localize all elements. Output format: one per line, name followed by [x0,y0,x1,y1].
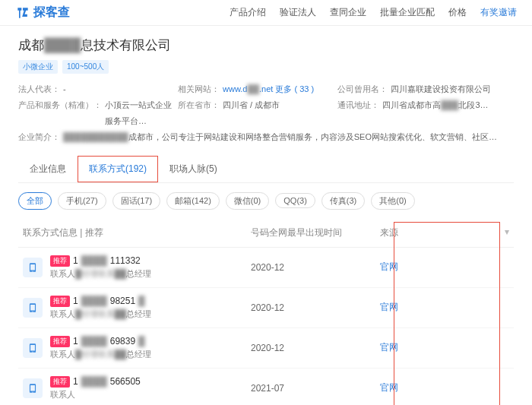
contact-info: 推荐1████111332联系人█经理联系██总经理 [50,255,251,280]
info-value: 四川嘉联建设投资有限公司 [391,81,491,97]
title-prefix: 成都 [18,38,44,52]
info-value: ███████████成都市，公司专注于网站建设和网络整合营销服务，内容涉及SE… [63,129,497,145]
source-link[interactable]: 官网 [380,302,398,312]
pill[interactable]: 微信(0) [226,192,269,210]
source-link[interactable]: 官网 [380,261,398,272]
tag: 小微企业 [18,60,58,74]
phone-icon [23,258,43,277]
nav-item[interactable]: 批量企业匹配 [380,6,435,19]
nav-item[interactable]: 产品介绍 [230,6,266,19]
first-seen-time: 2020-12 [251,302,380,313]
nav-item[interactable]: 价格 [448,6,467,19]
table-row: 推荐1████566505联系人2021-07官网 [18,369,514,405]
source-cell: 官网 [380,381,509,394]
recommend-badge: 推荐 [50,255,70,267]
info-label: 通讯地址： [337,97,379,129]
tab-people[interactable]: 职场人脉(5) [158,156,229,182]
logo-icon [15,5,30,21]
contact-info: 推荐1████98251█联系人█经理联系██总经理 [50,296,251,320]
contact-info: 推荐1████566505联系人 [50,376,251,400]
source-cell: 官网 [380,261,509,274]
tab-contacts[interactable]: 联系方式(192) [78,156,158,182]
nav-item[interactable]: 查同企业 [330,6,366,19]
info-value: - [63,81,66,97]
pill[interactable]: 传真(3) [321,192,365,210]
th-info: 联系方式信息 [23,227,78,238]
source-link[interactable]: 官网 [380,342,398,353]
top-header: 探客查 产品介绍 验证法人 查同企业 批量企业匹配 价格 有奖邀请 [0,0,532,26]
filter-pills: 全部 手机(27) 固话(17) 邮箱(142) 微信(0) QQ(3) 传真(… [18,192,514,210]
pill[interactable]: 其他(0) [371,192,414,210]
first-seen-time: 2020-12 [251,343,380,353]
tag: 100~500人 [62,60,109,74]
info-value: 四川省 / 成都市 [223,97,280,129]
phone-icon [23,338,43,358]
th-src: 来源 [380,226,505,239]
table-row: 推荐1████69839█联系人█经理联系██总经理2020-12官网 [18,328,514,369]
tab-company-info[interactable]: 企业信息 [18,156,78,182]
title-masked: ████ [44,38,81,52]
info-label: 公司曾用名： [337,81,388,97]
more-link[interactable]: 更多 ( 33 ) [275,81,314,97]
recommend-badge: 推荐 [50,376,70,388]
pill-all[interactable]: 全部 [18,192,52,210]
company-tags: 小微企业 100~500人 [18,60,514,74]
filter-icon[interactable]: ▾ [505,226,509,239]
company-info: 法人代表：- 相关网站：www.d██.net 更多 ( 33 ) 公司曾用名：… [18,81,514,145]
top-nav: 产品介绍 验证法人 查同企业 批量企业匹配 价格 有奖邀请 [230,6,517,19]
info-value: 四川省成都市高███北段3… [382,97,489,129]
recommend-badge: 推荐 [50,336,70,347]
nav-item[interactable]: 验证法人 [280,6,316,19]
table-row: 推荐1████111332联系人█经理联系██总经理2020-12官网 [18,248,514,288]
pill[interactable]: QQ(3) [275,193,315,208]
pill[interactable]: 固话(17) [112,192,161,210]
nav-item-invite[interactable]: 有奖邀请 [480,6,517,19]
phone-icon [23,298,43,318]
first-seen-time: 2020-12 [251,262,380,273]
tabs: 企业信息 联系方式(192) 职场人脉(5) [18,156,514,183]
info-label: 法人代表： [18,81,60,97]
info-value: 小顶云一站式企业服务平台… [105,97,178,129]
table-row: 推荐1████98251█联系人█经理联系██总经理2020-12官网 [18,288,514,328]
title-suffix: 息技术有限公司 [81,38,171,52]
first-seen-time: 2021-07 [251,383,380,394]
pill[interactable]: 邮箱(142) [166,192,220,210]
source-cell: 官网 [380,301,509,314]
logo[interactable]: 探客查 [15,5,70,21]
th-time: 号码全网最早出现时间 [251,226,380,239]
main: 成都████息技术有限公司 小微企业 100~500人 法人代表：- 相关网站：… [0,26,532,405]
info-label: 所在省市： [178,97,220,129]
info-label: 相关网站： [178,81,220,97]
source-link[interactable]: 官网 [380,382,398,393]
table-head: 联系方式信息 | 推荐 号码全网最早出现时间 来源 ▾ [18,219,514,248]
company-title: 成都████息技术有限公司 [18,36,514,54]
recommend-badge: 推荐 [50,296,70,307]
source-cell: 官网 [380,341,509,354]
pill[interactable]: 手机(27) [58,192,106,210]
website-link[interactable]: www.d██.net [223,81,273,97]
th-rec: 推荐 [85,227,103,238]
contacts-table: 联系方式信息 | 推荐 号码全网最早出现时间 来源 ▾ 推荐1████11133… [18,219,514,405]
phone-icon [23,378,43,398]
logo-text: 探客查 [33,5,70,21]
info-label: 企业简介： [18,129,60,145]
info-label: 产品和服务（精准）： [18,97,102,129]
contact-info: 推荐1████69839█联系人█经理联系██总经理 [50,336,251,360]
